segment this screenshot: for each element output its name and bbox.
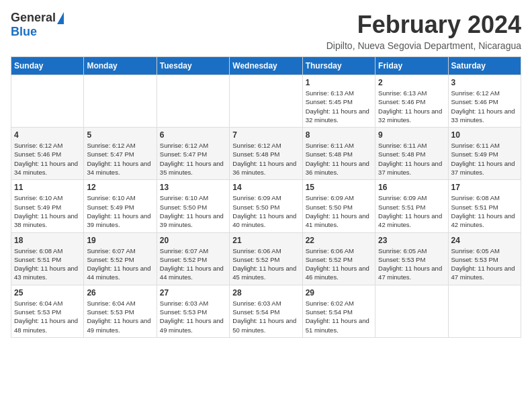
day-info: Sunrise: 6:12 AM Sunset: 5:46 PM Dayligh… <box>451 89 518 124</box>
day-info: Sunrise: 6:09 AM Sunset: 5:50 PM Dayligh… <box>232 193 299 229</box>
calendar-cell <box>448 285 521 337</box>
logo-triangle-icon <box>57 12 64 24</box>
logo-general-text: General <box>11 11 56 25</box>
calendar-cell: 12Sunrise: 6:10 AM Sunset: 5:49 PM Dayli… <box>84 180 157 232</box>
day-number: 25 <box>14 288 81 298</box>
day-info: Sunrise: 6:09 AM Sunset: 5:50 PM Dayligh… <box>306 193 372 229</box>
day-info: Sunrise: 6:06 AM Sunset: 5:52 PM Dayligh… <box>232 246 299 282</box>
calendar-cell: 22Sunrise: 6:06 AM Sunset: 5:52 PM Dayli… <box>302 232 375 285</box>
day-info: Sunrise: 6:12 AM Sunset: 5:47 PM Dayligh… <box>87 141 153 177</box>
day-number: 17 <box>451 183 518 192</box>
calendar-cell: 26Sunrise: 6:04 AM Sunset: 5:53 PM Dayli… <box>84 285 157 337</box>
weekday-header: Tuesday <box>157 57 229 75</box>
day-number: 22 <box>306 236 372 245</box>
day-number: 12 <box>87 183 153 192</box>
day-info: Sunrise: 6:11 AM Sunset: 5:48 PM Dayligh… <box>378 141 445 177</box>
day-info: Sunrise: 6:12 AM Sunset: 5:48 PM Dayligh… <box>232 141 299 177</box>
day-number: 6 <box>160 130 226 140</box>
day-info: Sunrise: 6:07 AM Sunset: 5:52 PM Dayligh… <box>160 246 226 282</box>
day-number: 9 <box>378 130 445 140</box>
day-number: 7 <box>232 130 299 140</box>
title-area: February 2024 Dipilto, Nueva Segovia Dep… <box>326 11 521 51</box>
calendar-cell: 27Sunrise: 6:03 AM Sunset: 5:53 PM Dayli… <box>157 285 229 337</box>
calendar-cell <box>375 285 448 337</box>
day-info: Sunrise: 6:07 AM Sunset: 5:52 PM Dayligh… <box>87 246 153 282</box>
day-info: Sunrise: 6:05 AM Sunset: 5:53 PM Dayligh… <box>378 246 445 282</box>
day-info: Sunrise: 6:10 AM Sunset: 5:49 PM Dayligh… <box>87 193 153 229</box>
day-number: 20 <box>160 236 226 245</box>
day-number: 26 <box>87 288 153 298</box>
weekday-header: Sunday <box>11 57 84 75</box>
day-info: Sunrise: 6:10 AM Sunset: 5:50 PM Dayligh… <box>160 193 226 229</box>
calendar-week-row: 4Sunrise: 6:12 AM Sunset: 5:46 PM Daylig… <box>11 128 521 180</box>
calendar-cell: 21Sunrise: 6:06 AM Sunset: 5:52 PM Dayli… <box>230 232 302 285</box>
calendar-cell: 5Sunrise: 6:12 AM Sunset: 5:47 PM Daylig… <box>84 128 157 180</box>
calendar-cell: 17Sunrise: 6:08 AM Sunset: 5:51 PM Dayli… <box>448 180 521 232</box>
calendar-cell: 16Sunrise: 6:09 AM Sunset: 5:51 PM Dayli… <box>375 180 448 232</box>
calendar-body: 1Sunrise: 6:13 AM Sunset: 5:45 PM Daylig… <box>11 75 521 338</box>
day-number: 2 <box>378 78 445 87</box>
day-number: 4 <box>14 130 81 140</box>
day-info: Sunrise: 6:11 AM Sunset: 5:49 PM Dayligh… <box>451 141 518 177</box>
calendar-table: SundayMondayTuesdayWednesdayThursdayFrid… <box>11 56 521 338</box>
day-info: Sunrise: 6:10 AM Sunset: 5:49 PM Dayligh… <box>14 193 81 229</box>
day-info: Sunrise: 6:09 AM Sunset: 5:51 PM Dayligh… <box>378 193 445 229</box>
calendar-cell: 4Sunrise: 6:12 AM Sunset: 5:46 PM Daylig… <box>11 128 84 180</box>
calendar-cell: 15Sunrise: 6:09 AM Sunset: 5:50 PM Dayli… <box>302 180 375 232</box>
calendar-cell: 6Sunrise: 6:12 AM Sunset: 5:47 PM Daylig… <box>157 128 229 180</box>
day-info: Sunrise: 6:08 AM Sunset: 5:51 PM Dayligh… <box>451 193 518 229</box>
day-number: 3 <box>451 78 518 87</box>
calendar-header-row: SundayMondayTuesdayWednesdayThursdayFrid… <box>11 57 521 75</box>
day-number: 14 <box>232 183 299 192</box>
calendar-cell: 20Sunrise: 6:07 AM Sunset: 5:52 PM Dayli… <box>157 232 229 285</box>
calendar-cell: 13Sunrise: 6:10 AM Sunset: 5:50 PM Dayli… <box>157 180 229 232</box>
calendar-cell <box>84 75 157 128</box>
location-title: Dipilto, Nueva Segovia Department, Nicar… <box>326 40 521 51</box>
day-info: Sunrise: 6:13 AM Sunset: 5:45 PM Dayligh… <box>306 89 372 124</box>
day-info: Sunrise: 6:12 AM Sunset: 5:46 PM Dayligh… <box>14 141 81 177</box>
day-number: 19 <box>87 236 153 245</box>
calendar-cell: 11Sunrise: 6:10 AM Sunset: 5:49 PM Dayli… <box>11 180 84 232</box>
day-number: 18 <box>14 236 81 245</box>
day-number: 24 <box>451 236 518 245</box>
calendar-cell: 3Sunrise: 6:12 AM Sunset: 5:46 PM Daylig… <box>448 75 521 128</box>
day-number: 23 <box>378 236 445 245</box>
day-number: 15 <box>306 183 372 192</box>
logo: General Blue <box>11 11 64 39</box>
logo-blue-text: Blue <box>11 25 37 39</box>
header: General Blue February 2024 Dipilto, Nuev… <box>11 11 521 51</box>
calendar-cell <box>230 75 302 128</box>
calendar-cell: 25Sunrise: 6:04 AM Sunset: 5:53 PM Dayli… <box>11 285 84 337</box>
weekday-header: Thursday <box>302 57 375 75</box>
calendar-week-row: 11Sunrise: 6:10 AM Sunset: 5:49 PM Dayli… <box>11 180 521 232</box>
day-info: Sunrise: 6:04 AM Sunset: 5:53 PM Dayligh… <box>87 299 153 334</box>
day-info: Sunrise: 6:03 AM Sunset: 5:54 PM Dayligh… <box>232 299 299 334</box>
calendar-cell: 10Sunrise: 6:11 AM Sunset: 5:49 PM Dayli… <box>448 128 521 180</box>
calendar-cell: 1Sunrise: 6:13 AM Sunset: 5:45 PM Daylig… <box>302 75 375 128</box>
calendar-cell: 9Sunrise: 6:11 AM Sunset: 5:48 PM Daylig… <box>375 128 448 180</box>
calendar-cell: 18Sunrise: 6:08 AM Sunset: 5:51 PM Dayli… <box>11 232 84 285</box>
day-number: 10 <box>451 130 518 140</box>
day-number: 28 <box>232 288 299 298</box>
weekday-header: Wednesday <box>230 57 302 75</box>
day-info: Sunrise: 6:02 AM Sunset: 5:54 PM Dayligh… <box>306 299 372 334</box>
day-info: Sunrise: 6:03 AM Sunset: 5:53 PM Dayligh… <box>160 299 226 334</box>
calendar-cell: 28Sunrise: 6:03 AM Sunset: 5:54 PM Dayli… <box>230 285 302 337</box>
day-number: 21 <box>232 236 299 245</box>
calendar-week-row: 1Sunrise: 6:13 AM Sunset: 5:45 PM Daylig… <box>11 75 521 128</box>
day-info: Sunrise: 6:05 AM Sunset: 5:53 PM Dayligh… <box>451 246 518 282</box>
calendar-cell: 7Sunrise: 6:12 AM Sunset: 5:48 PM Daylig… <box>230 128 302 180</box>
day-info: Sunrise: 6:04 AM Sunset: 5:53 PM Dayligh… <box>14 299 81 334</box>
weekday-header: Saturday <box>448 57 521 75</box>
month-title: February 2024 <box>326 11 521 39</box>
calendar-cell: 8Sunrise: 6:11 AM Sunset: 5:48 PM Daylig… <box>302 128 375 180</box>
day-info: Sunrise: 6:06 AM Sunset: 5:52 PM Dayligh… <box>306 246 372 282</box>
day-info: Sunrise: 6:13 AM Sunset: 5:46 PM Dayligh… <box>378 89 445 124</box>
calendar-cell: 19Sunrise: 6:07 AM Sunset: 5:52 PM Dayli… <box>84 232 157 285</box>
day-number: 29 <box>306 288 372 298</box>
calendar-cell: 24Sunrise: 6:05 AM Sunset: 5:53 PM Dayli… <box>448 232 521 285</box>
day-number: 13 <box>160 183 226 192</box>
calendar-cell: 23Sunrise: 6:05 AM Sunset: 5:53 PM Dayli… <box>375 232 448 285</box>
day-info: Sunrise: 6:12 AM Sunset: 5:47 PM Dayligh… <box>160 141 226 177</box>
day-number: 27 <box>160 288 226 298</box>
